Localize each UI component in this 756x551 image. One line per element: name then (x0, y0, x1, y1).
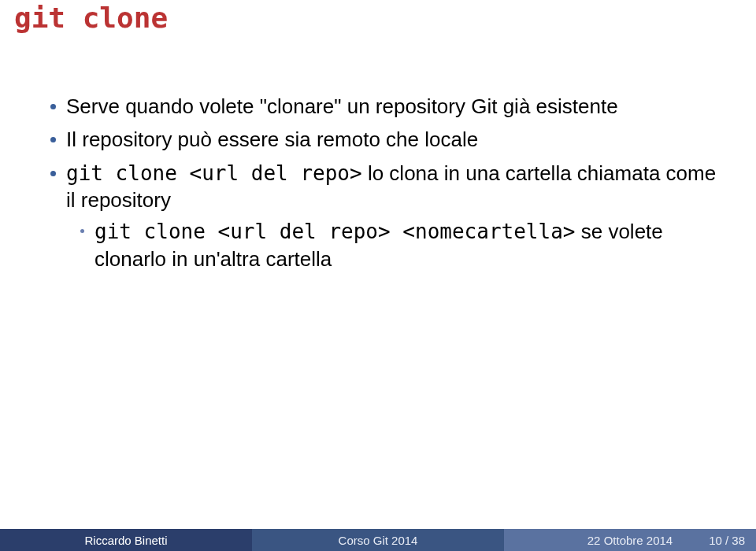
slide-body: Serve quando volete "clonare" un reposit… (46, 93, 724, 279)
bullet-item: Il repository può essere sia remoto che … (46, 126, 724, 153)
footer-date-text: 22 Ottobre 2014 (587, 534, 673, 547)
bullet-item: Serve quando volete "clonare" un reposit… (46, 93, 724, 120)
code-span: git clone <url del repo> (66, 161, 362, 185)
slide: git clone Serve quando volete "clonare" … (0, 0, 756, 551)
bullet-text: Il repository può essere sia remoto che … (66, 128, 478, 151)
bullet-text: Serve quando volete "clonare" un reposit… (66, 94, 618, 118)
slide-footer: Riccardo Binetti Corso Git 2014 22 Ottob… (0, 529, 756, 551)
footer-center-text: Corso Git 2014 (339, 534, 418, 547)
footer-page-number: 10 / 38 (709, 534, 745, 547)
sub-bullet-list: git clone <url del repo> <nomecartella> … (66, 218, 724, 272)
footer-right: 22 Ottobre 2014 10 / 38 (504, 529, 756, 551)
bullet-list: Serve quando volete "clonare" un reposit… (46, 93, 724, 272)
sub-bullet-item: git clone <url del repo> <nomecartella> … (66, 218, 724, 272)
footer-author-text: Riccardo Binetti (84, 534, 167, 547)
slide-title: git clone (0, 0, 756, 34)
footer-author: Riccardo Binetti (0, 529, 252, 551)
title-text: git clone (14, 2, 168, 34)
bullet-item: git clone <url del repo> lo clona in una… (46, 160, 724, 272)
footer-center: Corso Git 2014 (252, 529, 504, 551)
code-span: git clone <url del repo> <nomecartella> (94, 220, 575, 243)
